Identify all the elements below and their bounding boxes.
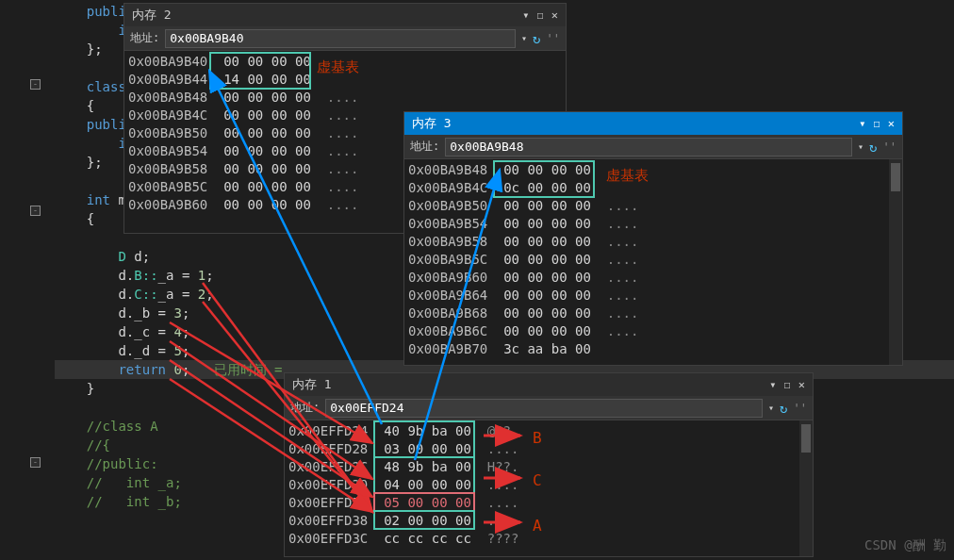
- memory-row: 0x00EFFD24 40 9b ba 00 @??.: [288, 422, 809, 440]
- memory-row: 0x00EFFD3C cc cc cc cc ????: [288, 530, 809, 548]
- scrollbar[interactable]: [799, 420, 813, 556]
- code-text: d.: [118, 268, 134, 283]
- code-comment: //public:: [55, 456, 158, 471]
- scrollbar[interactable]: [889, 159, 902, 365]
- memory-row: 0x00BA9B54 00 00 00 00 ....: [408, 215, 898, 233]
- memory-row: 0x00BA9B70 3c aa ba 00: [408, 340, 898, 358]
- chevron-down-icon[interactable]: ▾: [768, 403, 774, 413]
- code-text: d.: [118, 324, 134, 339]
- options-icon[interactable]: '': [547, 32, 560, 45]
- scrollbar-thumb[interactable]: [891, 163, 900, 191]
- address-bar: 地址: ▾ ↻ '': [404, 135, 902, 159]
- memory-row: 0x00BA9B64 00 00 00 00 ....: [408, 287, 898, 305]
- code-scope: B::: [134, 268, 157, 283]
- address-input[interactable]: [445, 138, 852, 156]
- vtable-label: 虚基表: [606, 167, 649, 185]
- code-num: 5: [173, 343, 181, 358]
- memory-row: 0x00EFFD38 02 00 00 00 ....: [288, 512, 809, 530]
- code-member: _d: [134, 343, 150, 358]
- memory-row: 0x00BA9B4C 0c 00 00 00: [408, 179, 898, 197]
- code-comment: //{: [55, 437, 110, 453]
- address-label: 地址:: [290, 400, 320, 416]
- chevron-down-icon[interactable]: ▾: [521, 33, 527, 43]
- address-bar: 地址: ▾ ↻ '': [124, 26, 566, 51]
- memory-panel-1: 内存 1 ▾ ☐ ✕ 地址: ▾ ↻ '' 0x00EFFD24 40 9b b…: [284, 372, 814, 557]
- code-var: d: [134, 249, 141, 264]
- code-op: =: [150, 343, 173, 358]
- address-bar: 地址: ▾ ↻ '': [285, 396, 813, 420]
- code-member: _a: [158, 268, 174, 283]
- code-num: 0: [173, 362, 181, 377]
- dropdown-icon[interactable]: ▾: [859, 112, 865, 135]
- panel-titlebar[interactable]: 内存 3 ▾ ☐ ✕: [404, 112, 902, 135]
- fold-minus-icon[interactable]: -: [30, 79, 41, 90]
- code-num: 3: [173, 305, 181, 321]
- refresh-icon[interactable]: ↻: [780, 401, 787, 416]
- memory-row: 0x00EFFD2C 48 9b ba 00 H??.: [288, 458, 809, 476]
- code-comment: // int _a;: [55, 475, 182, 490]
- code-keyword: int: [87, 192, 110, 207]
- close-icon[interactable]: ✕: [888, 112, 895, 135]
- fold-minus-icon[interactable]: -: [30, 457, 41, 468]
- memory-row: 0x00BA9B58 00 00 00 00 ....: [408, 233, 898, 251]
- fold-minus-icon[interactable]: -: [30, 206, 41, 216]
- address-label: 地址:: [410, 139, 439, 155]
- memory-body: 0x00EFFD24 40 9b ba 00 @??.0x00EFFD28 03…: [285, 420, 813, 556]
- code-member: _a: [158, 287, 174, 302]
- code-comment: //class A: [55, 419, 158, 434]
- maximize-icon[interactable]: ☐: [874, 112, 880, 135]
- panel-title-text: 内存 3: [412, 112, 452, 135]
- code-keyword: return: [118, 362, 166, 377]
- options-icon[interactable]: '': [794, 402, 807, 415]
- dropdown-icon[interactable]: ▾: [522, 4, 529, 26]
- code-num: 1: [198, 268, 206, 283]
- code-comment: 已用时间 =: [214, 362, 283, 377]
- maximize-icon[interactable]: ☐: [784, 373, 791, 396]
- code-member: _b: [134, 305, 150, 321]
- chevron-down-icon[interactable]: ▾: [858, 141, 864, 152]
- code-num: 2: [198, 287, 206, 302]
- memory-row: 0x00BA9B60 00 00 00 00 ....: [408, 269, 898, 287]
- memory-row: 0x00BA9B48 00 00 00 00 ....: [128, 89, 562, 107]
- code-text: };: [55, 155, 103, 170]
- maximize-icon[interactable]: ☐: [537, 4, 544, 26]
- code-type: D: [118, 249, 125, 264]
- scrollbar-thumb[interactable]: [801, 424, 811, 453]
- dropdown-icon[interactable]: ▾: [769, 373, 776, 396]
- panel-titlebar[interactable]: 内存 1 ▾ ☐ ✕: [285, 373, 813, 396]
- memory-row: 0x00BA9B6C 00 00 00 00 ....: [408, 322, 898, 340]
- code-text: d.: [118, 305, 134, 321]
- code-op: =: [150, 324, 173, 339]
- refresh-icon[interactable]: ↻: [533, 31, 540, 46]
- memory-row: 0x00BA9B50 00 00 00 00 ....: [408, 197, 898, 215]
- close-icon[interactable]: ✕: [798, 373, 805, 396]
- memory-panel-3: 内存 3 ▾ ☐ ✕ 地址: ▾ ↻ '' 0x00BA9B48 00 00 0…: [403, 111, 903, 366]
- code-text: {: [55, 98, 94, 113]
- vtable-label: 虚基表: [317, 58, 359, 76]
- code-member: _c: [134, 324, 150, 339]
- refresh-icon[interactable]: ↻: [869, 140, 877, 155]
- code-text: {: [55, 211, 94, 226]
- panel-titlebar[interactable]: 内存 2 ▾ ☐ ✕: [124, 4, 566, 26]
- memory-row: 0x00EFFD34 05 00 00 00 ....: [288, 494, 809, 512]
- memory-row: 0x00EFFD28 03 00 00 00 ....: [288, 440, 809, 458]
- watermark: CSDN @酬 勤: [864, 537, 946, 554]
- address-input[interactable]: [165, 29, 516, 48]
- arrow-label-b: B: [533, 429, 542, 447]
- memory-row: 0x00BA9B5C 00 00 00 00 ....: [408, 251, 898, 269]
- close-icon[interactable]: ✕: [551, 4, 558, 26]
- memory-body: 0x00BA9B48 00 00 00 00 0x00BA9B4C 0c 00 …: [404, 159, 902, 365]
- code-op: =: [150, 305, 173, 321]
- address-input[interactable]: [325, 399, 763, 418]
- code-text: d.: [118, 343, 134, 358]
- code-op: =: [173, 287, 197, 302]
- memory-row: 0x00BA9B68 00 00 00 00 ....: [408, 305, 898, 322]
- code-keyword: class: [87, 79, 126, 94]
- memory-row: 0x00BA9B48 00 00 00 00: [408, 161, 898, 179]
- code-comment: // int _b;: [55, 494, 182, 509]
- code-text: d.: [118, 287, 134, 302]
- options-icon[interactable]: '': [883, 140, 896, 154]
- panel-title-text: 内存 2: [132, 4, 172, 26]
- code-op: =: [173, 268, 197, 283]
- memory-row: 0x00EFFD30 04 00 00 00 ....: [288, 476, 809, 494]
